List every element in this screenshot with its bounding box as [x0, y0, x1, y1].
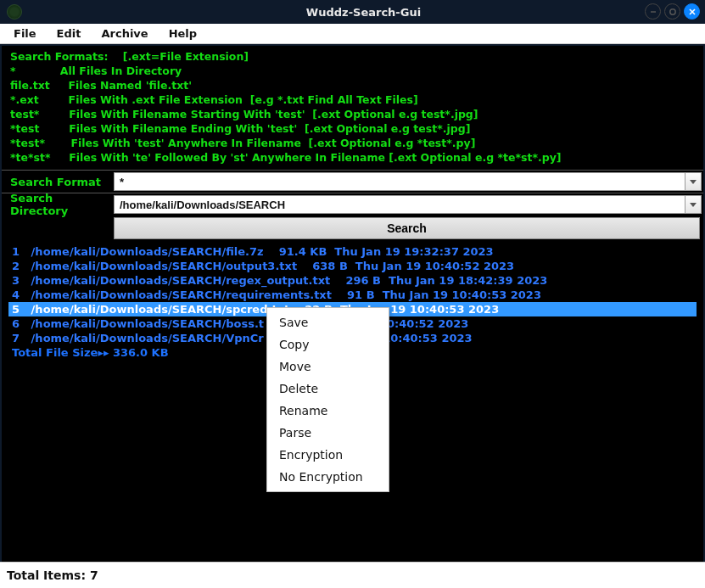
context-item-no-encryption[interactable]: No Encryption — [267, 466, 389, 488]
label-search-directory: Search Directory — [2, 192, 112, 217]
result-row[interactable]: 2 /home/kali/Downloads/SEARCH/output3.tx… — [8, 259, 697, 273]
help-text: Search Formats: [.ext=File Extension] * … — [2, 46, 703, 170]
context-item-encryption[interactable]: Encryption — [267, 444, 389, 466]
menu-item-edit[interactable]: Edit — [47, 25, 92, 42]
context-item-parse[interactable]: Parse — [267, 422, 389, 444]
titlebar: Wuddz-Search-Gui — [0, 0, 705, 24]
menu-item-file[interactable]: File — [3, 25, 47, 42]
search-format-drop-icon[interactable] — [685, 172, 702, 191]
menubar: FileEditArchiveHelp — [0, 24, 705, 44]
status-text: Total Items: 7 — [7, 568, 98, 582]
search-directory-drop-icon[interactable] — [685, 195, 702, 214]
result-row[interactable]: 4 /home/kali/Downloads/SEARCH/requiremen… — [8, 288, 697, 302]
chevron-down-icon — [690, 180, 697, 184]
menu-item-archive[interactable]: Archive — [91, 25, 158, 42]
maximize-button[interactable] — [664, 3, 680, 20]
result-row[interactable]: 3 /home/kali/Downloads/SEARCH/regex_outp… — [8, 273, 697, 288]
search-format-input[interactable] — [114, 172, 685, 191]
row-search-directory: Search Directory — [2, 193, 703, 216]
search-directory-input[interactable] — [114, 195, 685, 214]
status-bar: Total Items: 7 — [0, 562, 705, 588]
combo-search-format[interactable] — [114, 172, 702, 191]
context-item-move[interactable]: Move — [267, 356, 389, 378]
row-search-button: Search — [2, 216, 703, 243]
row-search-format: Search Format — [2, 170, 703, 193]
app-icon — [7, 4, 22, 20]
chevron-down-icon — [690, 203, 697, 207]
context-item-rename[interactable]: Rename — [267, 400, 389, 422]
window-title: Wuddz-Search-Gui — [22, 6, 705, 19]
menu-item-help[interactable]: Help — [159, 25, 207, 42]
svg-point-1 — [669, 8, 674, 14]
context-item-copy[interactable]: Copy — [267, 333, 389, 356]
context-item-delete[interactable]: Delete — [267, 378, 389, 400]
combo-search-directory[interactable] — [114, 195, 702, 214]
close-button[interactable] — [684, 3, 700, 20]
search-button[interactable]: Search — [114, 217, 700, 239]
context-menu: SaveCopyMoveDeleteRenameParseEncryptionN… — [266, 307, 389, 492]
window-controls — [645, 3, 700, 20]
context-item-save[interactable]: Save — [267, 311, 389, 333]
label-search-format: Search Format — [2, 176, 112, 188]
result-row[interactable]: 1 /home/kali/Downloads/SEARCH/file.7z 91… — [8, 244, 697, 259]
minimize-button[interactable] — [645, 3, 661, 20]
